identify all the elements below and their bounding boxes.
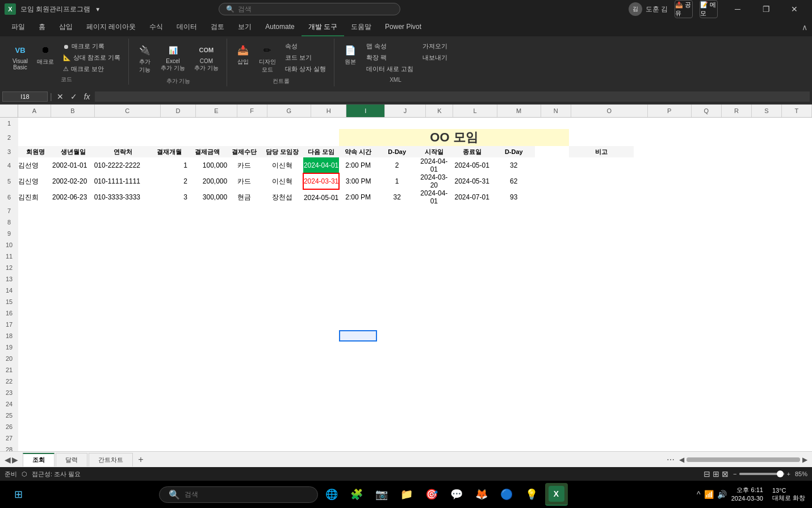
cell-r4[interactable]: [710, 157, 744, 173]
cell-p4[interactable]: [634, 157, 676, 173]
cell-t1[interactable]: [778, 118, 812, 129]
cell-g4[interactable]: 이신혁: [261, 157, 303, 173]
cell-title[interactable]: OO 모임: [339, 129, 568, 146]
search-input[interactable]: [238, 5, 393, 13]
cell-q18[interactable]: [676, 330, 710, 342]
cell-j5[interactable]: 1: [377, 173, 417, 189]
col-header-c[interactable]: C: [95, 105, 161, 117]
cell-q6[interactable]: [676, 189, 710, 205]
cell-l6[interactable]: 2024-07-01: [451, 189, 493, 205]
add-feature-button[interactable]: 🔌 추가기능: [135, 41, 155, 76]
cell-o3[interactable]: 비고: [569, 146, 634, 157]
visual-basic-button[interactable]: VB VisualBasic: [9, 41, 31, 73]
cell-n4[interactable]: [535, 157, 569, 173]
taskbar-icon3[interactable]: 📁: [395, 483, 418, 506]
cell-f3[interactable]: 결제수단: [227, 146, 261, 157]
cell-e4[interactable]: 100,000: [187, 157, 227, 173]
cell-g5[interactable]: 이신혁: [261, 173, 303, 189]
cell-row20[interactable]: [18, 353, 812, 364]
insert-button[interactable]: 📥 삽입: [233, 41, 253, 68]
col-header-i[interactable]: I: [346, 105, 384, 117]
cell-row22[interactable]: [18, 376, 812, 387]
expand-pack-button[interactable]: 확장 팩: [363, 52, 417, 63]
cell-s6[interactable]: [744, 189, 778, 205]
cell-f5[interactable]: 카드: [227, 173, 261, 189]
cell-row9[interactable]: [18, 228, 812, 239]
cell-a5[interactable]: 김신영: [18, 173, 52, 189]
cell-a3[interactable]: 회원명: [18, 146, 52, 157]
view-code-button[interactable]: 코드 보기: [282, 52, 329, 63]
cell-f2[interactable]: [227, 129, 261, 146]
col-header-f[interactable]: F: [237, 105, 267, 117]
cell-j1[interactable]: [377, 118, 417, 129]
tab-review[interactable]: 검토: [204, 18, 231, 36]
cell-d4[interactable]: 1: [152, 157, 187, 173]
cell-t3[interactable]: [778, 146, 812, 157]
cell-e3[interactable]: 결제금액: [187, 146, 227, 157]
cell-h18[interactable]: [303, 330, 339, 342]
sheet-scrollbar[interactable]: [687, 457, 800, 462]
cell-l5[interactable]: 2024-05-31: [451, 173, 493, 189]
cell-p18[interactable]: [634, 330, 676, 342]
confirm-formula-button[interactable]: ✓: [68, 91, 79, 102]
tab-insert[interactable]: 삽입: [52, 18, 79, 36]
cell-row13[interactable]: [18, 273, 812, 285]
cell-j3[interactable]: D-Day: [377, 146, 417, 157]
cell-m6[interactable]: 93: [493, 189, 535, 205]
cell-f6[interactable]: 현금: [227, 189, 261, 205]
ribbon-collapse[interactable]: ∧: [802, 18, 807, 36]
cell-n18[interactable]: [535, 330, 569, 342]
tab-help[interactable]: 도움말: [344, 18, 378, 36]
cell-row15[interactable]: [18, 296, 812, 307]
cell-j6[interactable]: 32: [377, 189, 417, 205]
cell-m18[interactable]: [493, 330, 535, 342]
cell-m4[interactable]: 32: [493, 157, 535, 173]
cell-t18[interactable]: [778, 330, 812, 342]
tray-volume-icon[interactable]: 🔊: [717, 490, 727, 499]
cell-e1[interactable]: [187, 118, 227, 129]
col-header-e[interactable]: E: [196, 105, 237, 117]
cell-h6[interactable]: 2024-05-01: [303, 189, 339, 205]
cell-m3[interactable]: D-Day: [493, 146, 535, 157]
minimize-button[interactable]: ─: [725, 0, 751, 18]
data-refresh-button[interactable]: 데이터 새로 고침: [363, 64, 417, 74]
cell-d18[interactable]: [152, 330, 187, 342]
col-header-j[interactable]: J: [385, 105, 426, 117]
cell-e5[interactable]: 200,000: [187, 173, 227, 189]
sheet-tab-menu-button[interactable]: ⋯: [667, 455, 675, 464]
col-header-g[interactable]: G: [267, 105, 311, 117]
cell-l18[interactable]: [451, 330, 493, 342]
cell-k5[interactable]: 2024-03-20: [417, 173, 451, 189]
cell-h4[interactable]: 2024-04-01: [303, 157, 339, 173]
dropdown-icon[interactable]: ▼: [95, 6, 101, 13]
sheet-scroll-right[interactable]: ▶: [802, 456, 807, 464]
cell-row28[interactable]: [18, 444, 812, 451]
cell-p2[interactable]: [634, 129, 676, 146]
cell-t6[interactable]: [778, 189, 812, 205]
cell-i3[interactable]: 약속 시간: [339, 146, 377, 157]
cell-row10[interactable]: [18, 239, 812, 251]
taskbar-icon8[interactable]: 💡: [520, 483, 543, 506]
cell-h5[interactable]: 2024-03-31: [303, 173, 339, 189]
sheet-tab-add-button[interactable]: +: [134, 453, 148, 467]
name-box[interactable]: [2, 91, 48, 102]
sheet-tab-overview[interactable]: 조회: [23, 453, 55, 467]
cell-l4[interactable]: 2024-05-01: [451, 157, 493, 173]
col-header-t[interactable]: T: [782, 105, 812, 117]
cell-h1[interactable]: [303, 118, 339, 129]
cell-row14[interactable]: [18, 285, 812, 296]
cell-row26[interactable]: [18, 421, 812, 432]
cell-m1[interactable]: [493, 118, 535, 129]
cell-d1[interactable]: [152, 118, 187, 129]
cell-a6[interactable]: 김진희: [18, 189, 52, 205]
cell-o18[interactable]: [569, 330, 634, 342]
start-button[interactable]: ⊞: [7, 483, 30, 506]
grid-scroll[interactable]: 1: [0, 118, 812, 451]
taskbar-search-bar[interactable]: 🔍: [159, 486, 318, 503]
tab-automate[interactable]: Automate: [258, 18, 301, 36]
search-bar[interactable]: 🔍: [219, 3, 400, 15]
cell-row7[interactable]: [18, 205, 812, 216]
tab-view[interactable]: 보기: [231, 18, 258, 36]
tab-page-layout[interactable]: 페이지 레이아웃: [79, 18, 143, 36]
cell-g3[interactable]: 담당 모임장: [261, 146, 303, 157]
